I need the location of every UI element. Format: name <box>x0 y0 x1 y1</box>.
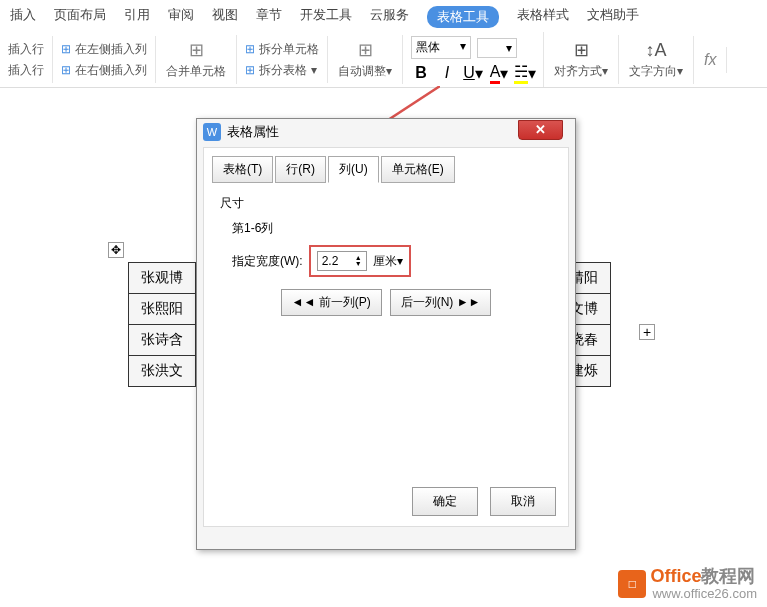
tab-table-tools[interactable]: 表格工具 <box>427 6 499 28</box>
close-button[interactable]: ✕ <box>518 120 563 140</box>
document-area: ✥ + 张观博 张熙阳 张诗含 张洪文 靖阳 文博 晓春 建烁 <box>0 88 767 108</box>
insert-row-btn2[interactable]: 插入行 <box>8 62 44 79</box>
tab-ref[interactable]: 引用 <box>124 6 150 28</box>
column-range-label: 第1-6列 <box>232 220 552 237</box>
font-select[interactable]: 黑体▾ <box>411 36 471 59</box>
tab-view[interactable]: 视图 <box>212 6 238 28</box>
add-column-handle[interactable]: + <box>639 324 655 340</box>
italic-btn[interactable]: I <box>437 63 457 83</box>
insert-left-col-btn[interactable]: ⊞在左侧插入列 <box>61 41 147 58</box>
tab-row[interactable]: 行(R) <box>275 156 326 183</box>
tab-table[interactable]: 表格(T) <box>212 156 273 183</box>
align-btn[interactable]: ⊞ 对齐方式▾ <box>544 35 619 84</box>
font-color-btn[interactable]: A▾ <box>489 63 509 83</box>
ribbon-toolbar: 插入行 插入行 ⊞在左侧插入列 ⊞在右侧插入列 ⊞ 合并单元格 ⊞拆分单元格 ⊞… <box>0 32 767 88</box>
ribbon-tabs: 插入 页面布局 引用 审阅 视图 章节 开发工具 云服务 表格工具 表格样式 文… <box>0 0 767 32</box>
table-move-handle[interactable]: ✥ <box>108 242 124 258</box>
insert-right-col-btn[interactable]: ⊞在右侧插入列 <box>61 62 147 79</box>
bold-btn[interactable]: B <box>411 63 431 83</box>
merge-cells-btn[interactable]: ⊞ 合并单元格 <box>156 35 237 84</box>
app-icon: W <box>203 123 221 141</box>
tab-column[interactable]: 列(U) <box>328 156 379 183</box>
size-section-label: 尺寸 <box>220 195 552 212</box>
highlight-btn[interactable]: ☵▾ <box>515 63 535 83</box>
tab-review[interactable]: 审阅 <box>168 6 194 28</box>
tab-insert[interactable]: 插入 <box>10 6 36 28</box>
fx-icon: fx <box>704 51 716 69</box>
tab-cloud[interactable]: 云服务 <box>370 6 409 28</box>
width-label: 指定宽度(W): <box>232 253 303 270</box>
spin-down[interactable]: ▼ <box>355 261 362 267</box>
tab-table-style[interactable]: 表格样式 <box>517 6 569 28</box>
tab-layout[interactable]: 页面布局 <box>54 6 106 28</box>
width-spinner[interactable]: 2.2 ▲▼ <box>317 251 367 271</box>
dialog-tabs: 表格(T) 行(R) 列(U) 单元格(E) <box>212 156 560 183</box>
cell[interactable]: 张洪文 <box>129 356 196 387</box>
watermark-icon: □ <box>618 570 646 598</box>
fx-btn[interactable]: fx <box>694 47 727 73</box>
cell[interactable]: 张熙阳 <box>129 294 196 325</box>
ok-button[interactable]: 确定 <box>412 487 478 516</box>
prev-column-button[interactable]: ◄◄ 前一列(P) <box>281 289 382 316</box>
next-column-button[interactable]: 后一列(N) ►► <box>390 289 492 316</box>
text-direction-btn[interactable]: ↕A 文字方向▾ <box>619 36 694 84</box>
cell[interactable]: 张诗含 <box>129 325 196 356</box>
table-left: 张观博 张熙阳 张诗含 张洪文 <box>128 262 196 387</box>
cell[interactable]: 张观博 <box>129 263 196 294</box>
align-icon: ⊞ <box>574 39 589 61</box>
tab-dev[interactable]: 开发工具 <box>300 6 352 28</box>
insert-row-btn[interactable]: 插入行 <box>8 41 44 58</box>
size-select[interactable]: ▾ <box>477 38 517 58</box>
watermark: □ Office教程网 www.office26.com <box>618 567 757 601</box>
cancel-button[interactable]: 取消 <box>490 487 556 516</box>
split-cell-btn[interactable]: ⊞拆分单元格 <box>245 41 319 58</box>
text-dir-icon: ↕A <box>645 40 666 61</box>
auto-adjust-btn[interactable]: ⊞ 自动调整▾ <box>328 35 403 84</box>
table-properties-dialog: W 表格属性 ✕ 表格(T) 行(R) 列(U) 单元格(E) 尺寸 第1-6列… <box>196 118 576 550</box>
auto-adjust-icon: ⊞ <box>358 39 373 61</box>
underline-btn[interactable]: U▾ <box>463 63 483 83</box>
unit-select[interactable]: 厘米▾ <box>373 253 403 270</box>
tab-chapter[interactable]: 章节 <box>256 6 282 28</box>
dialog-titlebar[interactable]: W 表格属性 ✕ <box>197 119 575 145</box>
tab-cell[interactable]: 单元格(E) <box>381 156 455 183</box>
highlight-annotation: 2.2 ▲▼ 厘米▾ <box>309 245 411 277</box>
dialog-title: 表格属性 <box>227 123 279 141</box>
split-table-btn[interactable]: ⊞拆分表格▾ <box>245 62 319 79</box>
merge-icon: ⊞ <box>189 39 204 61</box>
tab-doc-helper[interactable]: 文档助手 <box>587 6 639 28</box>
